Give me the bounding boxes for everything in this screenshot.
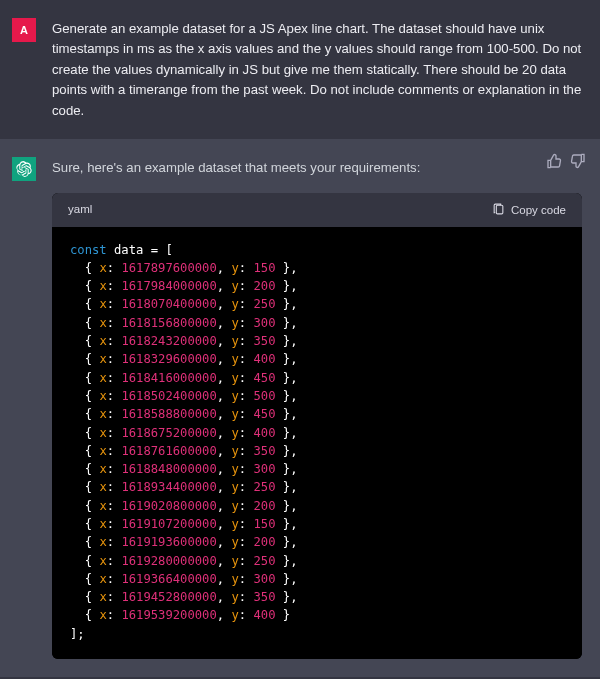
assistant-message: Sure, here's an example dataset that mee… [52,157,582,659]
user-message: Generate an example dataset for a JS Ape… [52,18,582,121]
thumbs-up-icon[interactable] [546,153,562,169]
feedback-buttons [546,153,586,169]
code-language-label: yaml [68,201,92,219]
user-turn: A Generate an example dataset for a JS A… [0,0,600,139]
copy-code-label: Copy code [511,204,566,216]
code-block-header: yaml Copy code [52,193,582,227]
assistant-intro-text: Sure, here's an example dataset that mee… [52,158,582,178]
user-avatar-letter: A [20,24,28,36]
assistant-avatar [12,157,36,181]
svg-rect-0 [496,205,503,214]
copy-code-button[interactable]: Copy code [492,203,566,216]
assistant-turn: Sure, here's an example dataset that mee… [0,139,600,677]
code-block: yaml Copy code const data = [ { x: 16178… [52,193,582,659]
user-avatar: A [12,18,36,42]
code-content[interactable]: const data = [ { x: 1617897600000, y: 15… [52,227,582,660]
openai-logo-icon [16,161,32,177]
clipboard-icon [492,203,505,216]
thumbs-down-icon[interactable] [570,153,586,169]
